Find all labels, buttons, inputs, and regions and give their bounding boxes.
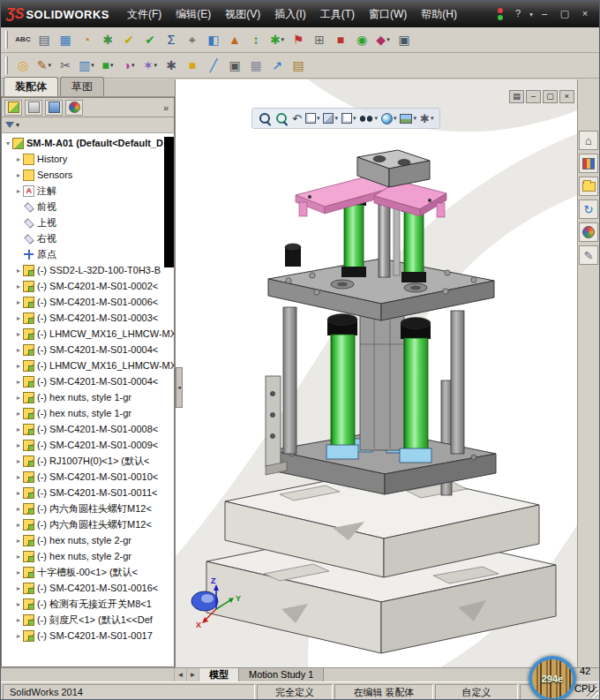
menu-item[interactable]: 文件(F) <box>120 3 169 26</box>
tree-item[interactable]: ▸ (-) hex nuts, style 1-gr <box>2 389 174 405</box>
sheet-icon[interactable]: ▤ <box>288 55 309 76</box>
screen-icon[interactable]: ▣ <box>394 29 415 50</box>
tree-item[interactable]: 右视 <box>2 230 174 246</box>
help-button[interactable]: ? <box>509 6 527 22</box>
tree-item[interactable]: ▸ (-) 刻度尺<1> (默认1<<Def <box>2 612 174 628</box>
commandmanager-tab[interactable]: 草图 <box>60 77 104 96</box>
expand-arrow-icon[interactable]: ▸ <box>14 410 23 418</box>
hide-show-items-button[interactable]: ▾ <box>359 114 378 124</box>
apply-scene-button[interactable]: ▾ <box>400 114 416 124</box>
custom-properties-tab[interactable]: ✎ <box>579 245 598 265</box>
expand-arrow-icon[interactable]: ▸ <box>14 187 23 195</box>
appearances-tab[interactable] <box>579 222 598 242</box>
commandmanager-tab[interactable]: 装配体 <box>4 77 58 96</box>
panel-chevron-button[interactable]: » <box>161 102 171 113</box>
expand-arrow-icon[interactable]: ▸ <box>14 298 23 306</box>
check-green-icon[interactable]: ✔ <box>139 29 161 50</box>
tree-item[interactable]: 原点 <box>2 246 174 262</box>
resources-home-tab[interactable]: ⌂ <box>579 131 598 150</box>
tree-item[interactable]: ▸ Sensors <box>2 167 174 183</box>
clock-icon[interactable]: ◔ <box>76 29 97 50</box>
expand-arrow-icon[interactable]: ▸ <box>14 394 23 402</box>
menu-item[interactable]: 工具(T) <box>313 3 362 26</box>
spell-check-icon[interactable]: ABC <box>12 29 34 50</box>
view-orientation-button[interactable]: ▾ <box>323 113 338 124</box>
tree-item[interactable]: ▸ (-) SM-C4201-M-S01-0010< <box>2 469 174 485</box>
expand-arrow-icon[interactable]: ▸ <box>14 553 23 561</box>
slope-icon[interactable]: ╱ <box>203 55 224 76</box>
menu-item[interactable]: 帮助(H) <box>414 3 464 26</box>
tree-item[interactable]: ▸ (-) SM-C4201-M-S01-0017 <box>2 628 174 644</box>
tree-item[interactable]: ▸ (-) LHMCW_MX16_LHMCW-MX16 <box>2 358 174 373</box>
pencil-icon[interactable]: ✎ ▾ <box>34 55 55 76</box>
expand-arrow-icon[interactable]: ▸ <box>14 171 23 179</box>
gears-icon[interactable]: ✱ <box>161 55 182 76</box>
zoom-fit-button[interactable] <box>259 112 272 125</box>
model-tab[interactable]: 模型 <box>199 668 239 681</box>
help-dropdown-icon[interactable]: ▾ <box>529 11 533 19</box>
expand-arrow-icon[interactable]: ▸ <box>14 505 23 513</box>
tree-item[interactable]: ▸ (-) SM-C4201-M-S01-0004< <box>2 342 174 358</box>
menu-item[interactable]: 视图(V) <box>218 3 267 26</box>
expand-arrow-icon[interactable]: ▸ <box>14 346 23 354</box>
design-library-tab[interactable] <box>579 154 598 173</box>
doc-restore-button[interactable]: ▢ <box>543 90 558 103</box>
tree-item[interactable]: ▸ 十字槽板-00<1> (默认< <box>2 564 174 580</box>
file-explorer-tab[interactable] <box>579 177 598 196</box>
menu-item[interactable]: 窗口(W) <box>362 3 414 26</box>
tree-item[interactable]: ▸ (-) SM-C4201-M-S01-0016< <box>2 580 174 596</box>
tree-item[interactable]: ▸ (-) LHMCW_MX16_LHMCW-MX16 <box>2 326 174 342</box>
mass-properties-icon[interactable]: ▲ <box>224 29 245 50</box>
menu-item[interactable]: 插入(I) <box>267 3 312 26</box>
design-binder-icon[interactable]: ▤ <box>34 29 55 50</box>
section-view-button[interactable]: ▾ <box>305 113 320 124</box>
tree-item[interactable]: ▸ (-) SM-C4201-M-S01-0011< <box>2 485 174 501</box>
grid-icon[interactable]: ▦ <box>245 55 266 76</box>
configurationmanager-tab[interactable] <box>45 100 63 116</box>
star-icon[interactable]: ✶ ▾ <box>139 55 161 76</box>
tree-item[interactable]: 前视 <box>2 199 174 215</box>
close-button[interactable]: × <box>576 6 594 22</box>
swap-arrows-icon[interactable]: ↕ <box>245 29 266 50</box>
tree-item[interactable]: ▸ (-) RJ1007H(0)<1> (默认< <box>2 453 174 469</box>
tree-item[interactable]: 上视 <box>2 215 174 230</box>
expand-arrow-icon[interactable]: ▸ <box>14 473 23 481</box>
tree-item[interactable]: ▸ (-) SM-C4201-M-S01-0002< <box>2 278 174 294</box>
expand-arrow-icon[interactable]: ▸ <box>14 584 23 592</box>
expand-arrow-icon[interactable]: ▸ <box>14 155 23 163</box>
displaymanager-tab[interactable] <box>65 100 83 116</box>
featuremanager-tree-tab[interactable] <box>4 100 22 116</box>
expand-arrow-icon[interactable]: ▸ <box>14 457 23 465</box>
expand-arrow-icon[interactable]: ▸ <box>14 632 23 640</box>
expand-arrow-icon[interactable]: ▸ <box>14 425 23 433</box>
expand-arrow-icon[interactable]: ▸ <box>14 537 23 545</box>
tree-item[interactable]: ▸ (-) SM-C4201-M-S01-0004< <box>2 373 174 389</box>
panel-scroll-strip[interactable] <box>164 137 174 267</box>
stop-icon[interactable]: ■ <box>330 29 351 50</box>
tab-scroll-left-button[interactable]: ◄ <box>175 668 187 681</box>
expand-arrow-icon[interactable]: ▸ <box>14 441 23 449</box>
expand-arrow-icon[interactable]: ▾ <box>4 139 12 147</box>
model-3d[interactable]: Z Y X <box>176 79 579 667</box>
doc-close-button[interactable]: × <box>559 90 574 103</box>
tree-item[interactable]: ▸ (-) SM-C4201-M-S01-0006< <box>2 294 174 310</box>
maximize-button[interactable]: ▢ <box>556 6 574 22</box>
cube-red-icon[interactable]: ◆ ▾ <box>372 29 394 50</box>
view-palette-tab[interactable]: ↻ <box>579 199 598 219</box>
doc-minimize-button[interactable]: – <box>526 90 541 103</box>
flag-icon[interactable]: ⚑ <box>288 29 309 50</box>
expand-arrow-icon[interactable]: ▸ <box>14 489 23 497</box>
expand-arrow-icon[interactable]: ▸ <box>14 362 23 370</box>
bulb-icon[interactable]: ◎ <box>12 55 34 76</box>
cube-yellow-icon[interactable]: ■ <box>182 55 203 76</box>
expand-arrow-icon[interactable]: ▸ <box>14 378 23 386</box>
gear-pair-icon[interactable]: ✱ <box>97 29 118 50</box>
display-style-button[interactable]: ▾ <box>341 113 356 124</box>
scissors-icon[interactable]: ✂ <box>55 55 76 76</box>
export-icon[interactable]: ↗ <box>266 55 288 76</box>
table-icon[interactable]: ▦ <box>55 29 76 50</box>
ok-circle-icon[interactable]: ◉ <box>351 29 372 50</box>
equations-icon[interactable]: Σ <box>161 29 182 50</box>
columns-icon[interactable]: ▥ ▾ <box>76 55 97 76</box>
minimize-button[interactable]: – <box>536 6 553 22</box>
